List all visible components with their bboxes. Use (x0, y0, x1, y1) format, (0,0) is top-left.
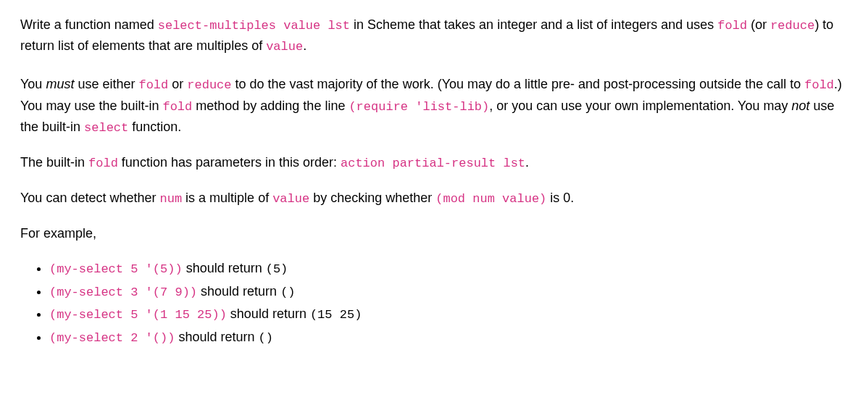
code-result: () (259, 331, 273, 345)
text: . (303, 38, 306, 53)
code-call: (my-select 5 '(1 15 25)) (49, 308, 227, 322)
text: . (525, 155, 529, 170)
list-item: (my-select 2 '()) should return () (49, 328, 848, 348)
text: method by adding the line (192, 99, 349, 113)
code-result: (15 25) (310, 308, 362, 322)
code-result: () (280, 285, 295, 299)
code-fn-signature: select-multiples value lst (158, 19, 350, 33)
text: is a multiple of (182, 191, 272, 205)
code-fold: fold (804, 78, 834, 92)
paragraph-example-intro: For example, (20, 223, 848, 244)
code-result: (5) (266, 262, 288, 276)
code-num: num (159, 192, 182, 206)
code-require: (require 'list-lib) (349, 100, 489, 114)
text: is 0. (546, 191, 574, 205)
text: should return (183, 261, 266, 275)
paragraph-2: You must use either fold or reduce to do… (20, 74, 848, 138)
emphasis-not: not (792, 99, 810, 113)
code-value: value (272, 192, 309, 206)
text: should return (227, 306, 310, 321)
text: use either (74, 77, 138, 91)
list-item: (my-select 5 '(5)) should return (5) (49, 259, 848, 279)
text: (or (747, 17, 770, 32)
text: in Scheme that takes an integer and a li… (350, 17, 717, 32)
text: should return (175, 330, 258, 344)
text: to do the vast majority of the work. (Yo… (232, 77, 805, 91)
text: by checking whether (309, 191, 435, 205)
paragraph-4: You can detect whether num is a multiple… (20, 188, 848, 209)
text: For example, (20, 226, 96, 241)
text: You (20, 77, 46, 91)
code-select: select (84, 121, 128, 135)
list-item: (my-select 5 '(1 15 25)) should return (… (49, 304, 848, 325)
text: function has parameters in this order: (118, 155, 341, 170)
code-fold: fold (88, 157, 118, 170)
code-reduce: reduce (187, 78, 231, 92)
code-params: action partial-result lst (341, 157, 525, 170)
code-fold: fold (162, 100, 192, 114)
text: The built-in (20, 155, 88, 170)
text: should return (197, 284, 280, 299)
paragraph-3: The built-in fold function has parameter… (20, 152, 848, 173)
text: You can detect whether (20, 191, 159, 205)
code-call: (my-select 5 '(5)) (49, 262, 183, 276)
code-call: (my-select 3 '(7 9)) (49, 285, 197, 299)
example-list: (my-select 5 '(5)) should return (5) (my… (20, 259, 848, 347)
code-mod: (mod num value) (435, 192, 546, 206)
text: function. (128, 120, 181, 134)
text: Write a function named (20, 17, 158, 32)
paragraph-1: Write a function named select-multiples … (20, 14, 848, 57)
code-fold: fold (717, 19, 747, 33)
code-call: (my-select 2 '()) (49, 331, 175, 345)
code-fold: fold (138, 78, 168, 92)
code-reduce: reduce (770, 19, 814, 33)
text: or (168, 77, 187, 91)
list-item: (my-select 3 '(7 9)) should return () (49, 282, 848, 302)
text: , or you can use your own implementation… (489, 99, 791, 113)
code-value: value (266, 40, 303, 54)
emphasis-must: must (46, 77, 74, 91)
